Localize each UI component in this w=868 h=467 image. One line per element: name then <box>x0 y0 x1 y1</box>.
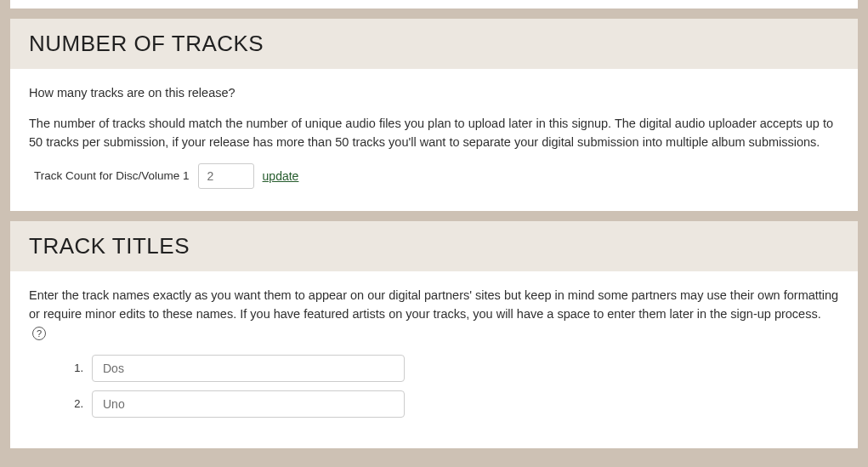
track-count-input[interactable] <box>198 163 254 189</box>
page-container: Number of Tracks How many tracks are on … <box>0 0 868 448</box>
help-icon[interactable]: ? <box>32 327 46 340</box>
description-text: Enter the track names exactly as you wan… <box>29 287 839 342</box>
list-item: 2. <box>63 390 839 418</box>
track-titles-card: Track Titles Enter the track names exact… <box>10 221 858 447</box>
track-number: 1. <box>63 360 83 377</box>
section-title: Track Titles <box>29 233 839 259</box>
track-title-input[interactable] <box>92 390 405 418</box>
description-text: The number of tracks should match the nu… <box>29 115 839 152</box>
update-link[interactable]: update <box>263 168 299 185</box>
track-count-row: Track Count for Disc/Volume 1 update <box>34 163 839 189</box>
list-item: 1. <box>63 355 839 382</box>
track-count-label: Track Count for Disc/Volume 1 <box>34 168 190 185</box>
question-text: How many tracks are on this release? <box>29 84 839 103</box>
number-of-tracks-card: Number of Tracks How many tracks are on … <box>10 19 858 211</box>
section-title: Number of Tracks <box>29 31 839 57</box>
track-list: 1. 2. <box>63 355 839 418</box>
track-number: 2. <box>63 396 83 413</box>
track-title-input[interactable] <box>92 355 405 382</box>
top-edge-card <box>10 0 858 9</box>
section-header-track-titles: Track Titles <box>10 221 858 271</box>
section-header-number-of-tracks: Number of Tracks <box>10 19 858 69</box>
